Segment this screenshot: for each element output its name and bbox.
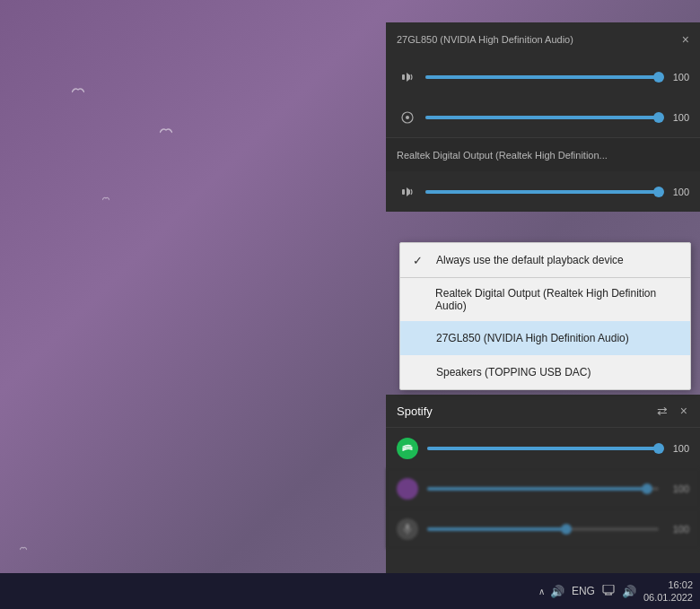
blurred-icon-2	[397, 518, 418, 540]
audio-icon-3	[397, 181, 418, 203]
close-spotify-button[interactable]: ×	[678, 402, 689, 420]
audio-icon-1	[397, 66, 418, 88]
spotify-panel: Spotify ⇄ ×	[386, 395, 700, 573]
check-placeholder-1	[413, 293, 430, 307]
blurred-volume-value-2: 100	[664, 524, 689, 535]
blurred-row-2: 100	[386, 509, 700, 549]
spotify-volume-slider[interactable]	[427, 447, 659, 450]
blurred-slider-1[interactable]: 100	[427, 483, 689, 494]
audio-row-1: 100	[386, 57, 700, 97]
taskbar-speaker-icon[interactable]: 🔊	[622, 585, 636, 598]
checkmark-icon: ✓	[413, 254, 431, 267]
audio-row-2: 100	[386, 97, 700, 137]
desktop: 27GL850 (NVIDIA High Definition Audio) ×…	[0, 0, 700, 609]
bird-1	[72, 85, 84, 94]
taskbar-date-display: 06.01.2022	[643, 591, 693, 604]
svg-point-2	[406, 116, 409, 119]
divider-device-row: Realtek Digital Output (Realtek High Def…	[386, 137, 700, 171]
spotify-slider-container[interactable]: 100	[427, 443, 689, 454]
dropdown-item-label-2: Realtek Digital Output (Realtek High Def…	[435, 287, 678, 312]
taskbar-clock[interactable]: 16:02 06.01.2022	[643, 579, 693, 605]
dropdown-item-always-default[interactable]: ✓ Always use the default playback device	[400, 243, 690, 277]
taskbar-time-display: 16:02	[668, 579, 693, 591]
spotify-header-icons: ⇄ ×	[655, 402, 689, 420]
taskbar-language[interactable]: ENG	[572, 585, 595, 597]
svg-rect-6	[603, 585, 614, 593]
dropdown-item-label-1: Always use the default playback device	[436, 254, 624, 266]
dropdown-item-topping[interactable]: Speakers (TOPPING USB DAC)	[400, 355, 690, 389]
spotify-main-row: 100	[386, 428, 700, 468]
slider-container-2[interactable]: 100	[425, 112, 689, 123]
taskbar-monitor-icon[interactable]	[602, 585, 615, 598]
spotify-logo-icon	[397, 438, 418, 459]
spotify-title: Spotify	[397, 405, 433, 418]
device-dropdown-menu: ✓ Always use the default playback device…	[399, 242, 691, 390]
svg-rect-3	[402, 189, 405, 195]
dropdown-item-label-4: Speakers (TOPPING USB DAC)	[436, 366, 591, 378]
device-title-row: 27GL850 (NVIDIA High Definition Audio) ×	[386, 22, 700, 57]
svg-rect-4	[406, 524, 409, 530]
volume-slider-1[interactable]	[425, 75, 659, 79]
dropdown-item-27gl850[interactable]: 27GL850 (NVIDIA High Definition Audio)	[400, 321, 690, 355]
volume-slider-3[interactable]	[425, 190, 659, 194]
volume-slider-2[interactable]	[425, 116, 659, 119]
dropdown-item-label-3: 27GL850 (NVIDIA High Definition Audio)	[436, 332, 629, 344]
bird-2	[160, 126, 172, 135]
top-audio-panel: 27GL850 (NVIDIA High Definition Audio) ×…	[386, 22, 700, 212]
blurred-row-1: 100	[386, 468, 700, 509]
blurred-icon-1	[397, 478, 418, 500]
spotify-volume-value: 100	[664, 443, 689, 454]
audio-row-3: 100	[386, 171, 700, 212]
volume-value-1: 100	[664, 72, 689, 83]
close-panel-button[interactable]: ×	[682, 32, 689, 47]
blurred-volume-value-1: 100	[664, 483, 689, 494]
divider-device-name: Realtek Digital Output (Realtek High Def…	[397, 150, 689, 161]
volume-value-2: 100	[664, 112, 689, 123]
dropdown-item-realtek[interactable]: Realtek Digital Output (Realtek High Def…	[400, 278, 690, 321]
svg-rect-0	[402, 74, 405, 80]
slider-container-3[interactable]: 100	[425, 187, 689, 197]
blurred-volume-slider-1[interactable]	[427, 487, 659, 491]
taskbar: ∧ 🔊 ENG 🔊 16:02 06.01.2022	[0, 573, 700, 609]
blurred-volume-slider-2[interactable]	[427, 527, 659, 531]
taskbar-system-icons: ∧ 🔊	[538, 585, 564, 598]
bird-3	[102, 196, 109, 201]
check-placeholder-2	[413, 332, 431, 345]
check-placeholder-3	[413, 366, 431, 379]
blurred-slider-2[interactable]: 100	[427, 524, 689, 535]
device-name: 27GL850 (NVIDIA High Definition Audio)	[397, 34, 682, 45]
volume-value-3: 100	[664, 187, 689, 197]
taskbar-volume-icon[interactable]: 🔊	[550, 585, 564, 598]
spotify-header: Spotify ⇄ ×	[386, 395, 700, 428]
audio-icon-2	[397, 107, 418, 128]
bird-4	[20, 545, 27, 551]
slider-container-1[interactable]: 100	[425, 72, 689, 83]
taskbar-right: ∧ 🔊 ENG 🔊 16:02 06.01.2022	[538, 579, 693, 605]
swap-device-button[interactable]: ⇄	[655, 402, 669, 420]
chevron-up-icon[interactable]: ∧	[538, 587, 545, 596]
